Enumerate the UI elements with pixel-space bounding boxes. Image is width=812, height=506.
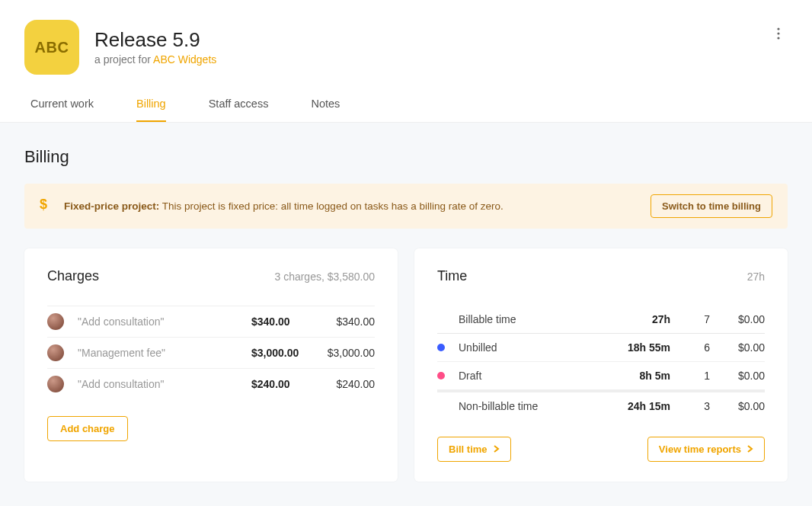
- svg-point-0: [777, 27, 779, 30]
- time-row-billable[interactable]: Billable time 27h 7 $0.00: [437, 306, 765, 334]
- status-dot-unbilled-icon: [437, 344, 445, 351]
- time-count: 7: [679, 313, 710, 325]
- time-label: Billable time: [459, 313, 643, 325]
- time-amount: $0.00: [719, 370, 765, 382]
- chevron-right-icon: [494, 444, 500, 455]
- charge-price: $3,000.00: [251, 347, 312, 359]
- status-dot-draft-icon: [437, 372, 445, 380]
- charge-total: $340.00: [321, 315, 375, 328]
- charge-price: $240.00: [251, 378, 312, 390]
- avatar: [47, 313, 64, 330]
- charge-row[interactable]: "Add consultation" $240.00 $240.00: [47, 368, 375, 399]
- switch-to-time-billing-button[interactable]: Switch to time billing: [651, 194, 772, 218]
- time-hours: 24h 15m: [628, 400, 670, 412]
- subtitle-prefix: a project for: [94, 53, 153, 66]
- time-hours: 18h 55m: [628, 341, 670, 354]
- banner-heading: Fixed-price project:: [64, 200, 159, 212]
- dollar-icon: $: [40, 197, 50, 215]
- time-row-unbilled[interactable]: Unbilled 18h 55m 6 $0.00: [437, 334, 765, 362]
- tab-notes[interactable]: Notes: [311, 91, 340, 122]
- bill-time-button[interactable]: Bill time: [437, 437, 511, 462]
- charge-label: "Add consultation": [78, 315, 242, 328]
- tab-current-work[interactable]: Current work: [30, 91, 94, 122]
- avatar: [47, 344, 64, 361]
- page-title: Release 5.9: [94, 29, 216, 51]
- charge-row[interactable]: "Management fee" $3,000.00 $3,000.00: [47, 337, 375, 368]
- charge-total: $240.00: [321, 378, 375, 390]
- charge-total: $3,000.00: [321, 347, 375, 359]
- time-count: 3: [679, 400, 710, 412]
- fixed-price-banner: $ Fixed-price project: This project is f…: [24, 184, 788, 229]
- bill-time-label: Bill time: [449, 444, 488, 455]
- client-link[interactable]: ABC Widgets: [153, 53, 216, 66]
- banner-description: This project is fixed price: all time lo…: [159, 200, 503, 212]
- avatar: [47, 376, 64, 392]
- tab-billing[interactable]: Billing: [136, 91, 166, 122]
- chevron-right-icon: [747, 444, 753, 455]
- svg-point-2: [777, 37, 779, 39]
- project-subtitle: a project for ABC Widgets: [94, 53, 216, 66]
- time-amount: $0.00: [719, 313, 765, 325]
- banner-text: Fixed-price project: This project is fix…: [64, 200, 504, 212]
- time-hours: 8h 5m: [640, 370, 670, 382]
- view-time-reports-label: View time reports: [659, 444, 741, 455]
- section-title: Billing: [24, 147, 788, 167]
- charge-row[interactable]: "Add consultation" $340.00 $340.00: [47, 306, 375, 337]
- time-label: Draft: [459, 370, 631, 382]
- charge-price: $340.00: [251, 315, 312, 328]
- time-count: 1: [679, 370, 710, 382]
- time-amount: $0.00: [719, 400, 765, 412]
- time-summary: 27h: [747, 271, 765, 283]
- more-menu-icon[interactable]: [769, 23, 788, 44]
- client-logo: ABC: [24, 20, 79, 75]
- tab-bar: Current work Billing Staff access Notes: [0, 75, 812, 123]
- charges-title: Charges: [47, 268, 99, 284]
- add-charge-button[interactable]: Add charge: [47, 416, 128, 441]
- charges-card: Charges 3 charges, $3,580.00 "Add consul…: [24, 248, 398, 482]
- time-hours: 27h: [652, 313, 670, 325]
- time-label: Non-billable time: [459, 400, 619, 412]
- charges-summary: 3 charges, $3,580.00: [274, 271, 375, 283]
- tab-staff-access[interactable]: Staff access: [209, 91, 269, 122]
- time-amount: $0.00: [719, 341, 765, 354]
- time-label: Unbilled: [459, 341, 619, 354]
- time-count: 6: [679, 341, 710, 354]
- time-row-nonbillable[interactable]: Non-billable time 24h 15m 3 $0.00: [437, 390, 765, 420]
- charge-label: "Management fee": [78, 347, 242, 359]
- charge-label: "Add consultation": [78, 378, 242, 390]
- time-card: Time 27h Billable time 27h 7 $0.00 Unbil…: [414, 248, 788, 482]
- time-row-draft[interactable]: Draft 8h 5m 1 $0.00: [437, 362, 765, 390]
- time-title: Time: [437, 268, 467, 284]
- svg-text:$: $: [40, 197, 47, 211]
- view-time-reports-button[interactable]: View time reports: [647, 437, 765, 462]
- svg-point-1: [777, 32, 779, 34]
